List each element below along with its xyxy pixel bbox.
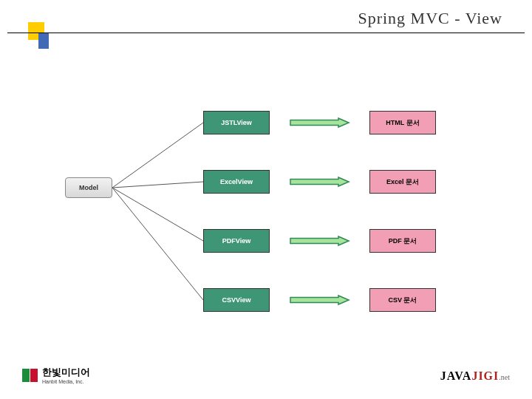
output-label: Excel 문서 xyxy=(386,177,419,187)
output-node-csv: CSV 문서 xyxy=(369,288,436,312)
view-node-jstlview: JSTLView xyxy=(203,111,270,134)
output-node-pdf: PDF 문서 xyxy=(369,229,436,253)
header-underline xyxy=(7,33,525,33)
output-label: PDF 문서 xyxy=(389,236,417,246)
svg-line-3 xyxy=(112,188,203,300)
view-node-pdfview: PDFView xyxy=(203,229,270,253)
output-node-excel: Excel 문서 xyxy=(369,170,436,194)
footer-right-brand: JAVAJIGI.net xyxy=(440,369,510,383)
model-label: Model xyxy=(79,184,98,191)
footer-left-brand: 한빛미디어 Hanbit Media, Inc. xyxy=(22,366,90,384)
accent-blue-square xyxy=(38,33,49,49)
header-accent xyxy=(28,22,55,49)
output-label: HTML 문서 xyxy=(386,118,419,128)
hanbit-sub: Hanbit Media, Inc. xyxy=(42,379,90,384)
javajigi-suffix: .net xyxy=(499,373,510,381)
diagram-connectors xyxy=(0,0,532,399)
svg-line-1 xyxy=(112,182,203,188)
view-label: PDFView xyxy=(222,237,250,245)
output-label: CSV 문서 xyxy=(388,296,417,305)
javajigi-part1: JAVA xyxy=(440,369,472,382)
hanbit-logo-icon xyxy=(22,369,38,382)
javajigi-part2: JIGI xyxy=(471,369,499,382)
view-label: JSTLView xyxy=(221,119,252,126)
output-node-html: HTML 문서 xyxy=(369,111,436,134)
view-node-csvview: CSVView xyxy=(203,288,270,312)
slide-title: Spring MVC - View xyxy=(358,9,502,28)
slide-header: Spring MVC - View xyxy=(0,9,532,38)
hanbit-name: 한빛미디어 xyxy=(42,366,90,379)
view-label: CSVView xyxy=(222,296,251,304)
view-node-excelview: ExcelView xyxy=(203,170,270,194)
svg-line-2 xyxy=(112,188,203,241)
svg-line-0 xyxy=(112,123,203,188)
model-node: Model xyxy=(65,177,112,198)
view-label: ExcelView xyxy=(220,178,253,185)
